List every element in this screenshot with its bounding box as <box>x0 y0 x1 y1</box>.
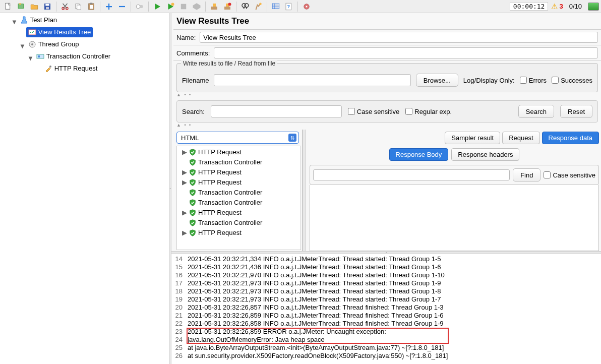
log-line: 26 at sun.security.provider.X509Factory.… <box>173 352 601 360</box>
toggle-icon[interactable] <box>134 1 146 12</box>
clear-icon[interactable] <box>208 1 220 12</box>
tree-node-http-request[interactable]: HTTP Request <box>42 64 100 74</box>
save-icon[interactable] <box>41 1 53 12</box>
tab-request[interactable]: Request <box>502 132 539 144</box>
result-label: Transaction Controller <box>198 157 262 167</box>
reset-search-icon[interactable] <box>252 1 264 12</box>
search-input[interactable] <box>211 105 342 117</box>
run-icon[interactable] <box>151 1 163 12</box>
logdisplay-label: Log/Display Only: <box>463 77 515 84</box>
search-label: Search: <box>182 108 205 115</box>
warning-indicator[interactable]: ⚠3 <box>549 2 565 11</box>
result-item[interactable]: ▶HTTP Request <box>180 177 300 188</box>
thread-count: 0/10 <box>566 3 585 10</box>
controller-icon <box>36 52 44 60</box>
log-line: 25 at java.io.ByteArrayOutputStream.<ini… <box>173 344 601 352</box>
result-item[interactable]: Transaction Controller <box>180 157 300 167</box>
collapse-handle-icon[interactable]: ▲ • • <box>173 92 601 97</box>
svg-rect-18 <box>211 7 217 10</box>
svg-rect-35 <box>38 55 40 57</box>
result-item[interactable]: ▶HTTP Request <box>180 208 300 218</box>
result-item[interactable]: ▶HTTP Request <box>180 228 300 238</box>
tools-icon[interactable] <box>300 1 313 12</box>
disclosure-icon[interactable]: ▶ <box>182 228 187 238</box>
svg-point-22 <box>228 3 231 6</box>
templates-icon[interactable] <box>15 1 27 12</box>
disclosure-icon[interactable]: ▶ <box>182 167 187 177</box>
tree-node-test-plan[interactable]: Test Plan <box>18 15 59 25</box>
shutdown-icon[interactable] <box>191 1 203 12</box>
tree-node-thread-group[interactable]: Thread Group <box>26 39 81 49</box>
help-icon[interactable]: ? <box>283 1 295 12</box>
run-now-icon[interactable] <box>164 1 176 12</box>
name-input[interactable] <box>200 32 598 43</box>
svg-rect-2 <box>19 3 21 5</box>
filename-input[interactable] <box>214 74 410 86</box>
search-button[interactable]: Search <box>518 105 554 118</box>
new-icon[interactable] <box>2 1 14 12</box>
search-bar: Search: Case sensitive Regular exp. Sear… <box>176 100 598 123</box>
open-icon[interactable] <box>28 1 40 12</box>
result-item[interactable]: ▶HTTP Request <box>180 147 300 157</box>
svg-point-33 <box>31 43 33 45</box>
collapse-icon[interactable] <box>116 1 128 12</box>
result-label: HTTP Request <box>198 167 242 177</box>
subtab-response-headers[interactable]: Response headers <box>451 148 519 161</box>
tree-node-view-results[interactable]: View Results Tree <box>26 27 93 37</box>
search-tree-icon[interactable] <box>239 1 251 12</box>
successes-checkbox[interactable]: Successes <box>552 77 592 84</box>
paste-icon[interactable] <box>85 1 97 12</box>
tree-label: View Results Tree <box>38 27 91 37</box>
result-label: HTTP Request <box>198 208 242 218</box>
disclosure-icon[interactable]: ▼ <box>11 17 16 27</box>
file-fieldset: Write results to file / Read from file F… <box>176 63 598 92</box>
disclosure-icon[interactable]: ▼ <box>19 41 24 51</box>
find-button[interactable]: Find <box>513 168 540 181</box>
chevron-updown-icon: ⇅ <box>288 134 296 142</box>
log-line: 212021-05-31 20:32:26,859 INFO o.a.j.t.J… <box>173 312 601 320</box>
function-icon[interactable] <box>270 1 282 12</box>
tree-node-transaction-controller[interactable]: Transaction Controller <box>34 51 112 62</box>
expand-icon[interactable] <box>103 1 115 12</box>
test-plan-tree[interactable]: ▼ Test Plan View Results Tree ▼ <box>0 13 169 364</box>
copy-icon[interactable] <box>72 1 84 12</box>
disclosure-icon[interactable]: ▶ <box>182 208 187 218</box>
tree-label: Transaction Controller <box>46 51 110 62</box>
disclosure-icon[interactable]: ▼ <box>27 53 32 64</box>
svg-point-36 <box>49 66 51 68</box>
subtab-response-body[interactable]: Response Body <box>389 148 449 161</box>
disclosure-icon[interactable]: ▶ <box>182 177 187 188</box>
svg-rect-16 <box>181 4 187 9</box>
result-item[interactable]: Transaction Controller <box>180 188 300 198</box>
errors-checkbox[interactable]: Errors <box>520 77 547 84</box>
disclosure-icon[interactable]: ▶ <box>182 147 187 157</box>
result-item[interactable]: Transaction Controller <box>180 198 300 208</box>
renderer-select[interactable]: HTML ⇅ <box>176 132 299 144</box>
collapse-handle-icon[interactable]: ▲ • • <box>173 123 601 128</box>
tab-sampler-result[interactable]: Sampler result <box>445 132 500 144</box>
log-line: 142021-05-31 20:32:21,334 INFO o.a.j.t.J… <box>173 255 601 263</box>
find-case-checkbox[interactable]: Case sensitive <box>544 171 595 179</box>
result-label: HTTP Request <box>198 147 242 157</box>
filename-label: Filename <box>182 77 209 84</box>
result-label: HTTP Request <box>198 228 242 238</box>
result-label: Transaction Controller <box>198 188 262 198</box>
log-line: 202021-05-31 20:32:26,857 INFO o.a.j.t.J… <box>173 304 601 312</box>
case-sensitive-checkbox[interactable]: Case sensitive <box>348 108 400 115</box>
find-input[interactable] <box>313 169 510 180</box>
cut-icon[interactable] <box>59 1 71 12</box>
comments-input[interactable] <box>214 47 598 58</box>
clear-all-icon[interactable] <box>221 1 233 12</box>
log-pane[interactable]: 142021-05-31 20:32:21,334 INFO o.a.j.t.J… <box>171 254 601 364</box>
stop-icon[interactable] <box>177 1 190 12</box>
result-item[interactable]: Transaction Controller <box>180 218 300 228</box>
result-item[interactable]: ▶HTTP Request <box>180 167 300 177</box>
response-body-area[interactable] <box>310 185 599 251</box>
tab-response-data[interactable]: Response data <box>542 132 599 144</box>
results-tree[interactable]: ▶HTTP RequestTransaction Controller▶HTTP… <box>176 146 301 250</box>
svg-point-15 <box>171 3 174 6</box>
browse-button[interactable]: Browse... <box>416 74 458 87</box>
reset-button[interactable]: Reset <box>560 105 592 118</box>
heap-gauge-icon[interactable] <box>588 3 599 11</box>
regexp-checkbox[interactable]: Regular exp. <box>405 108 452 115</box>
